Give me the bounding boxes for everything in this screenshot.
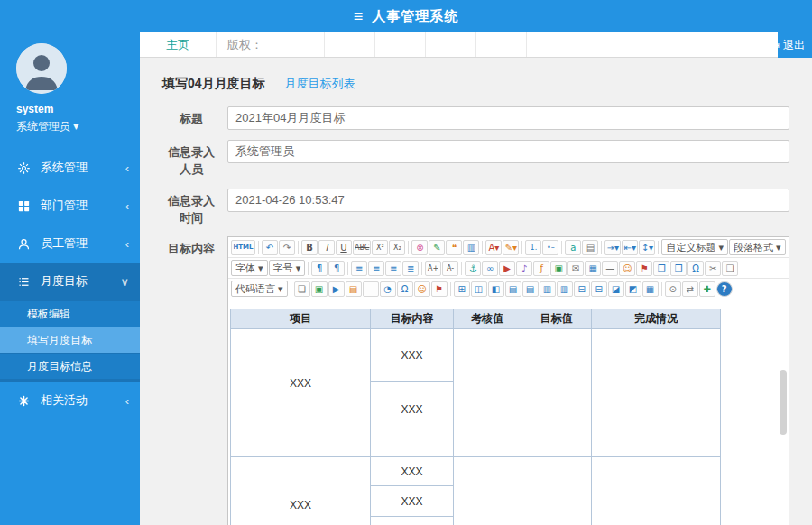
font-decrease-icon[interactable]: A- (442, 261, 458, 276)
align-left-icon[interactable]: ≡ (351, 261, 367, 276)
sidebar-subitem-monthly-goal-info[interactable]: 月度目标信息 (0, 354, 140, 379)
font-increase-icon[interactable]: A+ (425, 261, 441, 276)
align-center-icon[interactable]: ≡ (368, 261, 384, 276)
cut-icon[interactable]: ✂ (705, 261, 721, 276)
goal-cell-content[interactable]: XXX (371, 486, 454, 517)
superscript-icon[interactable]: X² (372, 240, 388, 255)
sidebar-item-related-activity[interactable]: 相关活动 ‹ (0, 382, 140, 419)
remove-format-icon[interactable]: ⊗ (411, 240, 428, 255)
table-icon[interactable]: ▦ (585, 261, 601, 276)
avatar[interactable] (16, 43, 67, 94)
page-break-icon[interactable]: ❐ (653, 261, 669, 276)
sidebar-item-employee-mgmt[interactable]: 员工管理 ‹ (0, 225, 140, 262)
insert-col-right-icon[interactable]: ▥ (557, 281, 573, 297)
role-dropdown[interactable]: 系统管理员 ▾ (16, 119, 140, 134)
insert-table-icon[interactable]: ⊞ (454, 281, 470, 297)
font-family-select[interactable]: 字体 ▾ (231, 260, 268, 276)
blockquote-icon[interactable]: ❝ (446, 240, 462, 255)
goal-cell-empty[interactable] (521, 438, 592, 457)
subscript-icon[interactable]: X₂ (389, 240, 405, 255)
editor-content-area[interactable]: 项目 目标内容 考核值 目标值 完成情况 XXX XXX (228, 299, 789, 525)
goal-cell-content[interactable]: XXX (371, 329, 454, 382)
ltr-paragraph-icon[interactable]: ¶ (311, 261, 328, 276)
custom-title-select[interactable]: 自定义标题 ▾ (661, 239, 728, 255)
format-painter-icon[interactable]: ✎ (429, 240, 445, 255)
tab-monthly-goal-list[interactable]: 月度目标列表 (285, 76, 355, 92)
entry-person-input[interactable] (227, 140, 789, 163)
music-icon[interactable]: ♪ (516, 261, 532, 276)
outdent-icon[interactable]: ⇤▾ (622, 240, 638, 255)
goal-cell-target[interactable] (521, 329, 592, 438)
insert-file-icon[interactable]: ▤ (346, 281, 362, 297)
html-source-icon[interactable]: HTML (231, 240, 255, 255)
delete-table-icon[interactable]: ▦ (642, 281, 659, 297)
goal-cell-empty[interactable] (231, 438, 371, 457)
sidebar-item-monthly-goal[interactable]: 月度目标 ∨ (0, 262, 140, 300)
replace-icon[interactable]: ⇄ (682, 281, 698, 297)
sidebar-item-system-mgmt[interactable]: 系统管理 ‹ (0, 149, 140, 187)
goal-cell-content[interactable]: XXX (371, 517, 454, 525)
tab-fill-monthly-goal[interactable]: 填写04月月度目标 (162, 76, 265, 92)
plugins-icon[interactable]: ✚ (699, 281, 715, 297)
delete-col-icon[interactable]: ⊟ (591, 281, 607, 297)
code-language-select[interactable]: 代码语言 ▾ (231, 281, 288, 297)
code-icon[interactable]: ▥ (463, 240, 479, 255)
ordered-list-icon[interactable]: 1. (525, 240, 541, 255)
goal-cell-content[interactable]: XXX (371, 457, 454, 486)
table-props-icon[interactable]: ◫ (471, 281, 487, 297)
link-icon[interactable]: ∞ (482, 261, 498, 276)
rtl-paragraph-icon[interactable]: ¶ (328, 261, 345, 276)
emoticon-icon[interactable]: ☺ (619, 261, 635, 276)
anchor-icon[interactable]: a (565, 240, 581, 255)
redo-icon[interactable]: ↷ (279, 240, 295, 255)
logout-button[interactable]: ⇥ 退出 (770, 32, 805, 58)
align-justify-icon[interactable]: ≣ (402, 261, 419, 276)
delete-row-icon[interactable]: ⊟ (574, 281, 590, 297)
goal-cell-completion[interactable] (592, 329, 721, 438)
goal-cell-content[interactable]: XXX (371, 382, 454, 438)
entry-time-input[interactable] (227, 189, 789, 212)
link-anchor-icon[interactable]: ⚓ (465, 261, 481, 276)
goal-cell-empty[interactable] (592, 438, 721, 457)
unordered-list-icon[interactable]: •– (542, 240, 558, 255)
editor-scrollbar[interactable] (780, 370, 787, 435)
sidebar-item-department-mgmt[interactable]: 部门管理 ‹ (0, 187, 140, 225)
omega-icon[interactable]: Ω (397, 281, 413, 297)
undo-icon[interactable]: ↶ (262, 240, 278, 255)
highlight-color-icon[interactable]: ✎▾ (503, 240, 519, 255)
tab-home[interactable]: 主页 (140, 32, 217, 57)
sidebar-subitem-fill-monthly-goal[interactable]: 填写月度目标 (0, 327, 140, 353)
insert-col-left-icon[interactable]: ▥ (540, 281, 556, 297)
split-cells-icon[interactable]: ◩ (625, 281, 641, 297)
insert-page-icon[interactable]: ▤ (582, 240, 598, 255)
map-icon[interactable]: ⚑ (636, 261, 652, 276)
indent-icon[interactable]: ⇥▾ (604, 240, 621, 255)
insert-row-below-icon[interactable]: ▤ (522, 281, 539, 297)
baidu-map-icon[interactable]: ⚑ (431, 281, 448, 297)
line-height-icon[interactable]: ↕▾ (639, 240, 655, 255)
smiley-icon[interactable]: ☺ (414, 281, 430, 297)
cell-props-icon[interactable]: ◧ (488, 281, 504, 297)
hr-icon[interactable]: — (602, 261, 618, 276)
file-icon[interactable]: ✉ (567, 261, 584, 276)
sidebar-subitem-template-edit[interactable]: 模板编辑 (0, 301, 140, 327)
goal-cell-project[interactable]: XXX (231, 329, 371, 438)
italic-icon[interactable]: I (318, 240, 335, 255)
bold-icon[interactable]: B (301, 240, 318, 255)
horizontal-rule-icon[interactable]: — (363, 281, 379, 297)
font-color-icon[interactable]: A▾ (485, 240, 502, 255)
insert-image-icon[interactable]: ▣ (311, 281, 328, 297)
clock-icon[interactable]: ◔ (380, 281, 396, 297)
fullscreen-icon[interactable]: ❒ (670, 261, 687, 276)
merge-cells-icon[interactable]: ◪ (608, 281, 624, 297)
goal-cell-empty[interactable] (454, 438, 521, 457)
paragraph-format-select[interactable]: 段落格式 ▾ (729, 239, 786, 255)
copy-icon[interactable]: ❏ (722, 261, 738, 276)
image-icon[interactable]: ▣ (550, 261, 567, 276)
goal-cell-assess[interactable] (454, 457, 521, 525)
strikethrough-icon[interactable]: ABC (353, 240, 371, 255)
font-size-select[interactable]: 字号 ▾ (269, 260, 306, 276)
goal-cell-project[interactable]: XXX (231, 457, 371, 525)
help-icon[interactable]: ? (716, 281, 733, 297)
special-char-icon[interactable]: Ω (687, 261, 704, 276)
